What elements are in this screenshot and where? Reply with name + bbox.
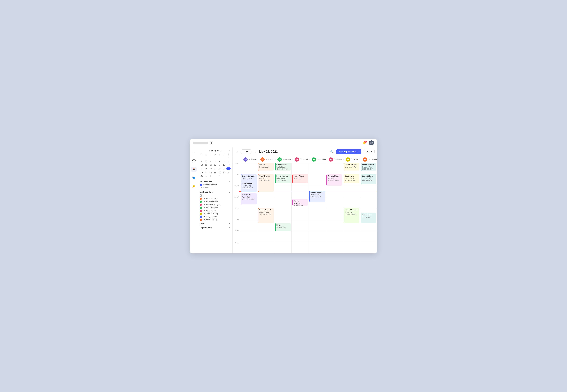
mini-cal-day[interactable]: 3 [200,159,204,163]
mini-cal-day[interactable]: 2 [226,156,231,159]
today-button[interactable]: Today [241,149,251,154]
appointment-card[interactable]: Jenny Wilson Buddy (Cat) 10:45 - 11:45 A… [361,174,377,184]
appointment-card[interactable]: Darrell Steward Cheyenne (Cat) [343,163,359,170]
vet-calendars-title[interactable]: Vet Calendars ▲ [200,191,231,193]
mini-cal-day[interactable]: 1 [222,156,226,159]
nav-calendar[interactable]: 📅 [191,167,197,172]
vet-cal-item[interactable]: Dr. Jacob Stellwagen [200,203,231,206]
my-calendars-title[interactable]: My calendars ▲ [200,180,231,182]
mini-cal-day[interactable]: 22 [222,167,226,170]
mini-cal-day[interactable]: 11 [204,163,208,167]
add-new-calendar[interactable]: + Add new [200,186,231,189]
vet-cal-item[interactable]: Dr. Mette Geißlerg [200,212,231,215]
appointment-card[interactable]: Guy Hawkins Rasta (Dog) 08:00 - 08:45 AM [275,163,291,170]
mini-cal-day[interactable]: 5 [209,159,213,163]
staff-button[interactable]: Staff ▼ [363,149,375,154]
my-calendar-item[interactable]: ✓ Alfhard Botwright [200,183,231,186]
mini-cal-day[interactable]: 6 [213,159,217,163]
mini-cal-day[interactable]: 9 [226,159,231,163]
vet-cal-items: AllDr. Faramund EksDr. Eysteinn BusheDr.… [200,194,231,221]
mini-cal-day[interactable]: 25 [204,171,208,174]
mini-cal-day[interactable]: 10 [200,163,204,167]
appointment-card[interactable]: Leslie Alexander Kelvin (Cat) 12:15 - 01… [343,208,359,223]
appt-animal: Thelma (Dog) [362,166,376,168]
doctors-header: AB Dr. Alfhard B.. FE Dr. Faramund.. EB … [242,157,377,162]
appointment-card[interactable]: Devon Lane Peanut (Cat) [361,213,377,223]
mini-cal-day[interactable]: 18 [204,167,208,170]
notifications-button[interactable]: 🔔 5 [362,140,367,146]
cal-next-btn[interactable]: › [253,150,257,154]
mini-cal-day[interactable]: 29 [222,171,226,174]
mini-cal-day[interactable]: 15 [222,163,226,167]
appointment-card[interactable]: Esther Howard Fade (Horse) 9:00 - 9:45 A… [275,174,291,183]
appointment-card[interactable]: Steffen Rocco (Dog) [258,163,274,170]
time-label: 11 AM [235,196,240,198]
appointment-card[interactable]: Robert Fox Spud (Cat) 10:45 - 11:45 AM [241,193,257,204]
mini-cal-day[interactable]: 4 [204,159,208,163]
appointment-card[interactable]: Kristin Watson Thelma (Dog) 08:00 - 08:4… [361,163,377,170]
vet-cal-item[interactable]: Dr. Eysteinn Bushe [200,200,231,203]
staff-section-title[interactable]: Staff ▼ [200,223,231,225]
appointment-card[interactable]: Gisa Thomas Goofy (Dog) 9:00 - 10:00 AM [258,174,274,192]
nav-settings[interactable]: 🔑 [191,183,197,189]
my-cal-checkbox[interactable]: ✓ [200,184,202,186]
mini-cal-day[interactable]: 23 [226,167,231,170]
vet-cal-item[interactable]: Dr. Justin Brandler [200,206,231,209]
mini-cal-next[interactable]: › [228,149,231,152]
appointment-card[interactable]: Dianne Russell Swag (Dog) 10:45 - 11:45 … [309,191,325,202]
appointment-card[interactable]: Dianne Russell Peanut (Cat) 12:15 - 01:4… [258,208,274,223]
mini-cal-day[interactable]: 3 [213,174,217,178]
mini-cal-day[interactable]: 7 [217,159,222,163]
nav-patients[interactable]: 👥 [191,175,197,181]
appt-animal: Rasta (Dog) [276,166,290,168]
mini-cal-day[interactable]: 24 [200,171,204,174]
departments-section-title[interactable]: Departments ▼ [200,226,231,229]
mini-cal-day[interactable]: 19 [209,167,213,170]
calendar-header: ‹ Today › May 23, 2021 🔍 New appointment… [233,147,377,156]
doctor-avatar: JS [295,157,299,162]
appointment-card[interactable]: Jenny Wilson Dirty (Dog) [292,174,308,183]
vet-cal-item[interactable]: Dr. Faramund Eks [200,197,231,200]
mini-cal-day[interactable]: 14 [217,163,222,167]
mini-cal-day[interactable]: 21 [217,167,222,170]
mini-cal-day[interactable]: 27 [213,171,217,174]
mini-cal-day[interactable]: 26 [209,171,213,174]
time-label: 1 PM [235,219,240,220]
vet-cal-item[interactable]: Dr. Nguyuen Nyu [200,215,231,218]
appointment-card[interactable]: Heloise Peanut (Cat) [275,223,291,231]
mini-cal-day[interactable]: 12 [209,163,213,167]
mini-cal-day[interactable]: 4 [217,174,222,178]
mini-cal-day[interactable]: 2 [209,174,213,178]
cal-prev-btn[interactable]: ‹ [235,150,239,154]
mini-cal-day[interactable]: 1 [204,174,208,178]
appt-time: 9:00 - 9:45 AM [276,179,290,182]
search-button[interactable]: 🔍 [329,149,334,154]
mini-cal-day[interactable]: 30 [226,171,231,174]
vet-cal-item[interactable]: Dr. Alfhard Botwig.. [200,218,231,221]
appointment-card[interactable]: Marvin McKinney Morsel (Cat) [292,199,308,206]
appointment-card[interactable]: Gisa Thomas Goofy (Dog) 9:30 - 10:00 AM [241,182,257,192]
nav-messages[interactable]: 💬 [191,158,197,164]
vet-cal-item[interactable]: Dr. Faramund De .. [200,209,231,212]
mini-cal-day[interactable]: 13 [213,163,217,167]
mini-cal-day[interactable]: 31 [200,174,204,178]
mini-cal-prev[interactable]: ‹ [200,149,202,152]
doctor-name: Dr. Faramund.. [334,159,344,160]
nav-home[interactable]: ⊙ [191,150,197,155]
vet-cal-checkbox[interactable] [200,195,202,196]
collapse-button[interactable]: ❮ [210,141,213,145]
mini-cal-day[interactable]: 28 [217,171,222,174]
appt-time: 12:15 - 01:45 PM [259,213,273,215]
appointment-card[interactable]: Cody Fisher Gadget (Dog) 9:00 - 10:00 AM [343,174,359,183]
appointment-card[interactable]: Annette Black Morsel (Cat) 09:00 - 10:15… [326,174,342,186]
doctor-avatar: MI [346,157,350,162]
mini-cal-day[interactable]: 17 [200,167,204,170]
logo [193,141,208,144]
new-appointment-button[interactable]: New appointment + [336,149,361,154]
mini-cal-day[interactable]: 16 [226,163,231,167]
mini-cal-day[interactable]: 8 [222,159,226,163]
user-avatar[interactable]: AB [369,140,374,145]
mini-cal-day[interactable]: 20 [213,167,217,170]
vet-cal-item[interactable]: All [200,194,231,197]
appt-patient-name: Esther Howard [276,175,290,177]
